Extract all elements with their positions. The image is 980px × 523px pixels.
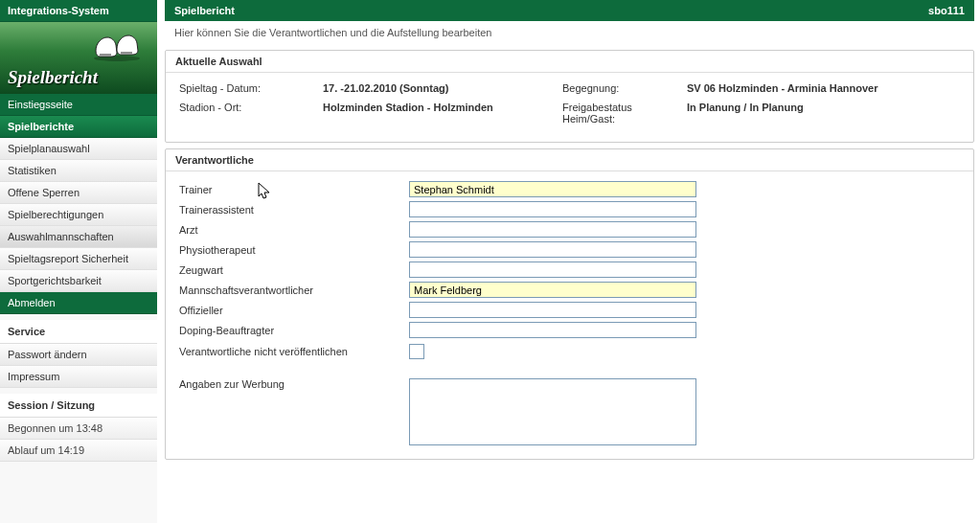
field-input-4[interactable]: [409, 262, 696, 278]
sidebar: Integrations-System Spielbericht Einstie…: [0, 0, 157, 523]
topbar: Spielbericht sbo111: [165, 0, 974, 21]
field-label-6: Offizieller: [179, 305, 409, 316]
service-header: Service: [0, 320, 157, 344]
field-label-2: Arzt: [179, 224, 409, 236]
service-item-1[interactable]: Impressum: [0, 366, 157, 388]
field-label-3: Physiotherapeut: [179, 244, 409, 256]
nav-item-8[interactable]: Sportgerichtsbarkeit: [0, 270, 157, 292]
responsible-title: Verantwortliche: [166, 149, 973, 171]
nav-item-1[interactable]: Spielberichte: [0, 116, 157, 138]
werbung-label: Angaben zur Werbung: [179, 378, 409, 390]
nav-item-2[interactable]: Spielplanauswahl: [0, 138, 157, 160]
field-label-0: Trainer: [179, 184, 409, 195]
field-label-4: Zeugwart: [179, 264, 409, 276]
field-input-2[interactable]: [409, 221, 696, 238]
nav-item-5[interactable]: Spielberechtigungen: [0, 204, 157, 226]
page-code: sbo111: [928, 5, 965, 16]
freigabe-label: Freigabestatus Heim/Gast:: [562, 102, 687, 125]
page-subtitle: Hier können Sie die Verantwortlichen und…: [165, 21, 974, 44]
session-list: Begonnen um 13:48Ablauf um 14:19: [0, 418, 157, 462]
service-item-0[interactable]: Passwort ändern: [0, 344, 157, 366]
nav-item-7[interactable]: Spieltagsreport Sicherheit: [0, 248, 157, 270]
publish-label: Verantwortliche nicht veröffentlichen: [179, 346, 409, 357]
field-input-3[interactable]: [409, 241, 696, 258]
session-line-0: Begonnen um 13:48: [0, 418, 157, 440]
nav-item-3[interactable]: Statistiken: [0, 160, 157, 182]
sidebar-banner: Spielbericht: [0, 22, 157, 94]
freigabe-value: In Planung / In Planung: [687, 102, 804, 125]
current-selection-title: Aktuelle Auswahl: [166, 51, 973, 73]
nav-item-6[interactable]: Auswahlmannschaften: [0, 226, 157, 248]
session-header: Session / Sitzung: [0, 394, 157, 418]
field-input-5[interactable]: [409, 282, 696, 298]
shoes-icon: [90, 28, 144, 64]
field-input-1[interactable]: [409, 201, 696, 217]
field-label-5: Mannschaftsverantwortlicher: [179, 284, 409, 296]
field-input-0[interactable]: [409, 181, 696, 197]
current-selection-panel: Aktuelle Auswahl Spieltag - Datum: 17. -…: [165, 50, 974, 143]
field-input-7[interactable]: [409, 322, 696, 338]
begegnung-label: Begegnung:: [562, 82, 687, 94]
page-title: Spielbericht: [174, 5, 235, 16]
field-label-1: Trainerassistent: [179, 204, 409, 216]
responsible-panel: Verantwortliche TrainerTrainerassistentA…: [165, 148, 974, 460]
spieltag-label: Spieltag - Datum:: [179, 82, 323, 94]
nav: EinstiegsseiteSpielberichteSpielplanausw…: [0, 94, 157, 314]
field-input-6[interactable]: [409, 302, 696, 318]
banner-text: Spielbericht: [8, 67, 98, 88]
begegnung-value: SV 06 Holzminden - Arminia Hannover: [687, 82, 877, 94]
main: Spielbericht sbo111 Hier können Sie die …: [157, 0, 980, 523]
nav-item-0[interactable]: Einstiegsseite: [0, 94, 157, 116]
stadion-label: Stadion - Ort:: [179, 102, 323, 113]
sidebar-title: Integrations-System: [0, 0, 157, 22]
werbung-textarea[interactable]: [409, 378, 696, 445]
spieltag-value: 17. -21.02.2010 (Sonntag): [323, 82, 448, 94]
field-label-7: Doping-Beauftragter: [179, 325, 409, 336]
nav-item-9[interactable]: Abmelden: [0, 292, 157, 314]
stadion-value: Holzminden Stadion - Holzminden: [323, 102, 493, 113]
publish-checkbox[interactable]: [409, 344, 424, 359]
service-list: Passwort ändernImpressum: [0, 344, 157, 388]
session-line-1: Ablauf um 14:19: [0, 440, 157, 462]
nav-item-4[interactable]: Offene Sperren: [0, 182, 157, 204]
